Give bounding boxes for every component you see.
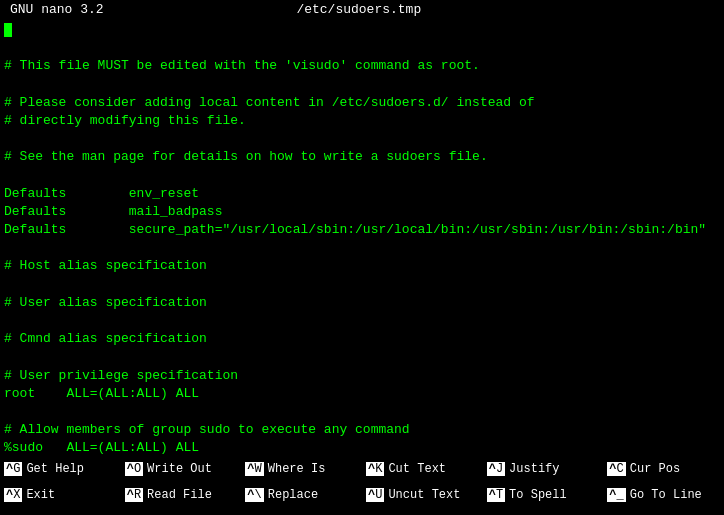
editor-area[interactable]: # This file MUST be edited with the 'vis… bbox=[0, 19, 724, 456]
label-justify: Justify bbox=[509, 462, 559, 476]
label-uncut-text: Uncut Text bbox=[388, 488, 460, 502]
key-replace: ^\ bbox=[245, 488, 263, 502]
key-write-out: ^O bbox=[125, 462, 143, 476]
key-read-file: ^R bbox=[125, 488, 143, 502]
line-blank8 bbox=[4, 348, 720, 366]
key-where-is: ^W bbox=[245, 462, 263, 476]
label-replace: Replace bbox=[268, 488, 318, 502]
line-comment2: # Please consider adding local content i… bbox=[4, 94, 720, 112]
line-default2: Defaults mail_badpass bbox=[4, 203, 720, 221]
cmd-to-spell[interactable]: ^T To Spell bbox=[483, 482, 604, 508]
app-name: GNU nano 3.2 bbox=[10, 2, 104, 17]
line-comment3: # directly modifying this file. bbox=[4, 112, 720, 130]
key-to-spell: ^T bbox=[487, 488, 505, 502]
label-cur-pos: Cur Pos bbox=[630, 462, 680, 476]
key-go-to-line: ^_ bbox=[607, 488, 625, 502]
key-justify: ^J bbox=[487, 462, 505, 476]
line-root: root ALL=(ALL:ALL) ALL bbox=[4, 385, 720, 403]
title-bar: GNU nano 3.2 /etc/sudoers.tmp bbox=[0, 0, 724, 19]
cmd-get-help[interactable]: ^G Get Help bbox=[0, 456, 121, 482]
cmd-cur-pos[interactable]: ^C Cur Pos bbox=[603, 456, 724, 482]
key-uncut-text: ^U bbox=[366, 488, 384, 502]
cmd-exit[interactable]: ^X Exit bbox=[0, 482, 121, 508]
line-user-priv: # User privilege specification bbox=[4, 367, 720, 385]
line-comment1: # This file MUST be edited with the 'vis… bbox=[4, 57, 720, 75]
line-default3: Defaults secure_path="/usr/local/sbin:/u… bbox=[4, 221, 720, 239]
cmd-cut-text[interactable]: ^K Cut Text bbox=[362, 456, 483, 482]
label-to-spell: To Spell bbox=[509, 488, 567, 502]
label-where-is: Where Is bbox=[268, 462, 326, 476]
line-blank4 bbox=[4, 167, 720, 185]
cmd-row-1: ^G Get Help ^O Write Out ^W Where Is ^K … bbox=[0, 456, 724, 482]
label-exit: Exit bbox=[26, 488, 55, 502]
label-get-help: Get Help bbox=[26, 462, 84, 476]
line-cmnd-alias: # Cmnd alias specification bbox=[4, 330, 720, 348]
line-cursor bbox=[4, 21, 720, 39]
line-default1: Defaults env_reset bbox=[4, 185, 720, 203]
line-comment4: # See the man page for details on how to… bbox=[4, 148, 720, 166]
label-go-to-line: Go To Line bbox=[630, 488, 702, 502]
key-get-help: ^G bbox=[4, 462, 22, 476]
cmd-replace[interactable]: ^\ Replace bbox=[241, 482, 362, 508]
cmd-write-out[interactable]: ^O Write Out bbox=[121, 456, 242, 482]
cmd-uncut-text[interactable]: ^U Uncut Text bbox=[362, 482, 483, 508]
cmd-where-is[interactable]: ^W Where Is bbox=[241, 456, 362, 482]
cmd-row-2: ^X Exit ^R Read File ^\ Replace ^U Uncut… bbox=[0, 482, 724, 508]
line-blank5 bbox=[4, 239, 720, 257]
line-blank1 bbox=[4, 39, 720, 57]
cmd-justify[interactable]: ^J Justify bbox=[483, 456, 604, 482]
cmd-go-to-line[interactable]: ^_ Go To Line bbox=[603, 482, 724, 508]
key-cut-text: ^K bbox=[366, 462, 384, 476]
bottom-bar: ^G Get Help ^O Write Out ^W Where Is ^K … bbox=[0, 456, 724, 508]
key-cur-pos: ^C bbox=[607, 462, 625, 476]
label-cut-text: Cut Text bbox=[388, 462, 446, 476]
label-write-out: Write Out bbox=[147, 462, 212, 476]
line-blank6 bbox=[4, 276, 720, 294]
line-user-alias: # User alias specification bbox=[4, 294, 720, 312]
line-blank2 bbox=[4, 76, 720, 94]
line-host-alias: # Host alias specification bbox=[4, 257, 720, 275]
line-blank7 bbox=[4, 312, 720, 330]
file-name: /etc/sudoers.tmp bbox=[104, 2, 614, 17]
key-exit: ^X bbox=[4, 488, 22, 502]
line-blank9 bbox=[4, 403, 720, 421]
cmd-read-file[interactable]: ^R Read File bbox=[121, 482, 242, 508]
label-read-file: Read File bbox=[147, 488, 212, 502]
line-allow-members: # Allow members of group sudo to execute… bbox=[4, 421, 720, 439]
line-sudo: %sudo ALL=(ALL:ALL) ALL bbox=[4, 439, 720, 456]
line-blank3 bbox=[4, 130, 720, 148]
